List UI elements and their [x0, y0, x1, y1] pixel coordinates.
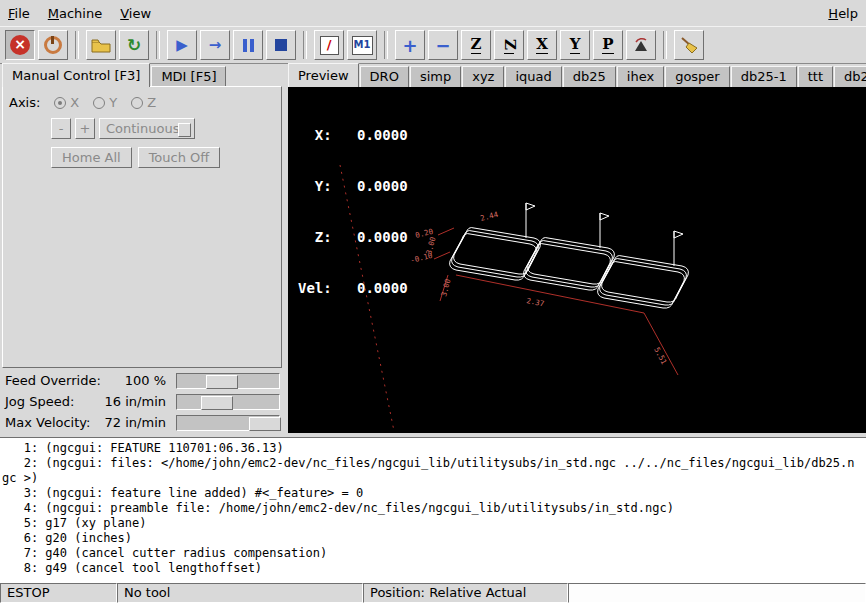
folder-icon [91, 38, 111, 53]
tab-db25[interactable]: db25 [563, 66, 616, 87]
zoom-in-icon: + [402, 35, 417, 56]
feed-override-slider[interactable] [176, 373, 280, 389]
tab-ttt[interactable]: ttt [798, 66, 833, 87]
tab-xyz[interactable]: xyz [462, 66, 504, 87]
readout-z: Z: 0.0000 [298, 229, 408, 246]
dim-label: 2.37 [526, 296, 545, 308]
run-icon: ▶ [176, 36, 188, 54]
reload-icon: ↻ [127, 35, 141, 55]
dimension-labels: 2.44 0.20 3.00 -0.10 2.37 5.51 3.00 [409, 210, 668, 366]
tab-manual-control[interactable]: Manual Control [F3] [2, 63, 150, 87]
menu-view[interactable]: View [120, 6, 151, 21]
optional-pause-button[interactable]: M1 [347, 30, 377, 60]
status-position-mode: Position: Relative Actual [363, 583, 568, 603]
view-rotated-top-button[interactable]: Z [494, 30, 524, 60]
jog-mode-dropdown[interactable]: Continuous [99, 118, 195, 139]
touch-off-button[interactable]: Touch Off [138, 147, 221, 168]
preview-canvas[interactable]: 2.44 0.20 3.00 -0.10 2.37 5.51 3.00 X: 0… [288, 87, 866, 433]
tab-gosper[interactable]: gosper [665, 66, 730, 87]
tab-dro[interactable]: DRO [360, 66, 409, 87]
menu-file[interactable]: File [8, 6, 30, 21]
feed-override-handle[interactable] [206, 375, 238, 389]
max-velocity-label: Max Velocity: [0, 415, 100, 430]
status-filler [568, 583, 866, 603]
sliders-panel: Feed Override: 100 % Jog Speed: 16 in/mi… [0, 370, 284, 433]
skip-lines-icon: / [320, 36, 339, 55]
gcode-line[interactable]: 3: (ngcgui: feature line added) #<_featu… [2, 486, 866, 501]
position-readout: X: 0.0000 Y: 0.0000 Z: 0.0000 Vel: 0.000… [298, 93, 408, 331]
max-velocity-handle[interactable] [249, 417, 281, 431]
run-button[interactable]: ▶ [167, 30, 197, 60]
estop-button[interactable]: × [5, 30, 35, 60]
power-icon [44, 36, 62, 54]
gcode-line[interactable]: 2: (ngcgui: files: </home/john/emc2-dev/… [2, 456, 866, 471]
jog-speed-label: Jog Speed: [0, 394, 100, 409]
max-velocity-slider[interactable] [176, 415, 280, 431]
view-perspective-button[interactable]: P [593, 30, 623, 60]
workpiece-outline-3 [598, 231, 689, 308]
left-tabrow: Manual Control [F3] MDI [F5] [2, 64, 227, 87]
toolbar-separator [75, 31, 79, 59]
gcode-listing[interactable]: 1: (ngcgui: FEATURE 110701:06.36.13) 2: … [0, 437, 866, 583]
gcode-line[interactable]: 4: (ngcgui: preamble file: /home/john/em… [2, 501, 866, 516]
dim-label: 5.51 [652, 346, 668, 366]
axis-y-label: Y [109, 95, 117, 110]
gcode-line[interactable]: 7: g40 (cancel cutter radius compensatio… [2, 546, 866, 561]
reload-button[interactable]: ↻ [119, 30, 149, 60]
right-tabrow: Preview DRO simp xyz iquad db25 ihex gos… [288, 64, 866, 87]
readout-x: X: 0.0000 [298, 127, 408, 144]
readout-vel: Vel: 0.0000 [298, 280, 408, 297]
tab-db25-1[interactable]: db25-1 [731, 66, 797, 87]
zoom-in-button[interactable]: + [395, 30, 425, 60]
open-file-button[interactable] [86, 30, 116, 60]
broom-icon [679, 35, 699, 55]
axis-x-radio[interactable] [54, 97, 66, 109]
machine-power-button[interactable] [38, 30, 68, 60]
dim-label: 3.00 [439, 277, 452, 297]
axis-y-radio[interactable] [93, 97, 105, 109]
view-top-icon: Z [471, 36, 482, 54]
pause-icon [243, 39, 254, 52]
toolbar: × ↻ ▶ → / M1 + − Z Z X Y P [0, 26, 866, 64]
max-velocity-value: 72 in/min [100, 415, 166, 430]
toolbar-separator [663, 31, 667, 59]
view-side-button[interactable]: X [527, 30, 557, 60]
jog-speed-slider[interactable] [176, 394, 280, 410]
gcode-line[interactable]: 5: g17 (xy plane) [2, 516, 866, 531]
jog-speed-value: 16 in/min [100, 394, 166, 409]
feed-override-value: 100 % [100, 373, 166, 388]
gcode-line[interactable]: gc >) [2, 471, 866, 486]
tab-ihex[interactable]: ihex [617, 66, 664, 87]
axis-z-radio[interactable] [131, 97, 143, 109]
jog-speed-row: Jog Speed: 16 in/min [0, 391, 284, 412]
tab-iquad[interactable]: iquad [505, 66, 561, 87]
zoom-out-button[interactable]: − [428, 30, 458, 60]
gcode-line[interactable]: 1: (ngcgui: FEATURE 110701:06.36.13) [2, 441, 866, 456]
menu-machine[interactable]: Machine [48, 6, 102, 21]
menu-help[interactable]: Help [828, 6, 858, 21]
tab-mdi[interactable]: MDI [F5] [151, 66, 226, 87]
dim-label: 2.44 [479, 210, 499, 223]
view-front-button[interactable]: Y [560, 30, 590, 60]
jog-plus-button[interactable]: + [75, 118, 95, 139]
axis-label: Axis: [9, 95, 40, 110]
step-button[interactable]: → [200, 30, 230, 60]
skip-lines-button[interactable]: / [314, 30, 344, 60]
home-all-button[interactable]: Home All [51, 147, 132, 168]
max-velocity-row: Max Velocity: 72 in/min [0, 412, 284, 433]
stop-button[interactable] [266, 30, 296, 60]
view-top-button[interactable]: Z [461, 30, 491, 60]
jog-speed-handle[interactable] [201, 396, 233, 410]
jog-minus-button[interactable]: - [51, 118, 71, 139]
tab-simp[interactable]: simp [410, 66, 461, 87]
menubar: File Machine View Help [0, 0, 866, 26]
gcode-line[interactable]: 8: g49 (cancel tool lengthoffset) [2, 561, 866, 576]
tab-db25-2[interactable]: db25-2 [834, 66, 866, 87]
feed-override-label: Feed Override: [0, 373, 100, 388]
gcode-line[interactable]: 6: g20 (inches) [2, 531, 866, 546]
statusbar: ESTOP No tool Position: Relative Actual [0, 583, 866, 603]
tab-preview[interactable]: Preview [288, 63, 359, 87]
rotate-mode-button[interactable] [626, 30, 656, 60]
pause-button[interactable] [233, 30, 263, 60]
clear-plot-button[interactable] [674, 30, 704, 60]
